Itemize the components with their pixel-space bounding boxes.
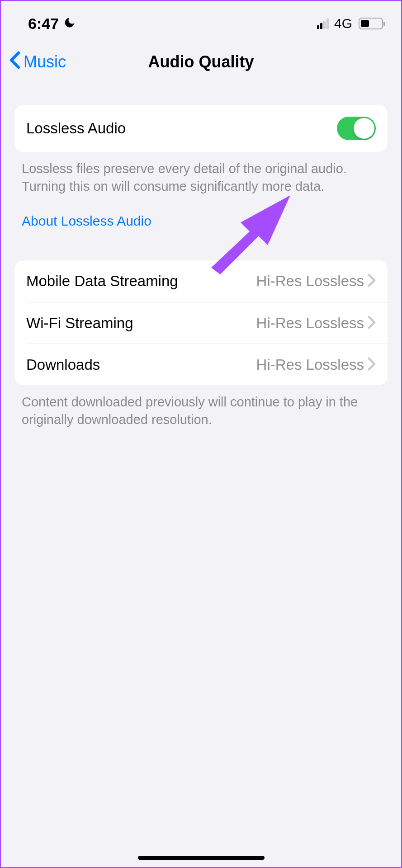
home-indicator[interactable] xyxy=(138,856,265,860)
battery-icon xyxy=(359,18,383,29)
chevron-right-icon xyxy=(368,357,376,373)
status-time: 6:47 xyxy=(28,15,59,33)
chevron-right-icon xyxy=(368,274,376,289)
row-value: Hi-Res Lossless xyxy=(256,315,364,332)
wifi-streaming-row[interactable]: Wi-Fi Streaming Hi-Res Lossless xyxy=(26,302,388,344)
quality-group: Mobile Data Streaming Hi-Res Lossless Wi… xyxy=(14,260,388,385)
about-lossless-link[interactable]: About Lossless Audio xyxy=(22,213,380,229)
network-label: 4G xyxy=(334,16,352,31)
nav-bar: Music Audio Quality xyxy=(1,42,401,82)
row-label: Downloads xyxy=(26,356,100,373)
moon-icon xyxy=(63,15,76,33)
back-label: Music xyxy=(24,52,66,71)
downloads-row[interactable]: Downloads Hi-Res Lossless xyxy=(26,344,388,385)
lossless-label: Lossless Audio xyxy=(26,120,126,137)
status-left: 6:47 xyxy=(28,15,76,33)
row-value: Hi-Res Lossless xyxy=(256,356,364,373)
lossless-toggle[interactable] xyxy=(337,117,376,140)
mobile-data-streaming-row[interactable]: Mobile Data Streaming Hi-Res Lossless xyxy=(14,260,388,302)
row-label: Wi-Fi Streaming xyxy=(26,315,133,332)
row-label: Mobile Data Streaming xyxy=(26,273,178,290)
signal-icon xyxy=(317,19,329,29)
back-button[interactable]: Music xyxy=(8,51,66,73)
lossless-group: Lossless Audio xyxy=(14,105,388,152)
quality-caption: Content downloaded previously will conti… xyxy=(22,393,380,429)
lossless-row[interactable]: Lossless Audio xyxy=(14,105,388,152)
row-value: Hi-Res Lossless xyxy=(256,273,364,290)
status-bar: 6:47 4G xyxy=(1,1,401,37)
chevron-right-icon xyxy=(368,316,376,331)
status-right: 4G xyxy=(317,16,383,31)
page-title: Audio Quality xyxy=(148,52,254,71)
chevron-left-icon xyxy=(8,51,22,73)
lossless-caption: Lossless files preserve every detail of … xyxy=(22,160,380,195)
